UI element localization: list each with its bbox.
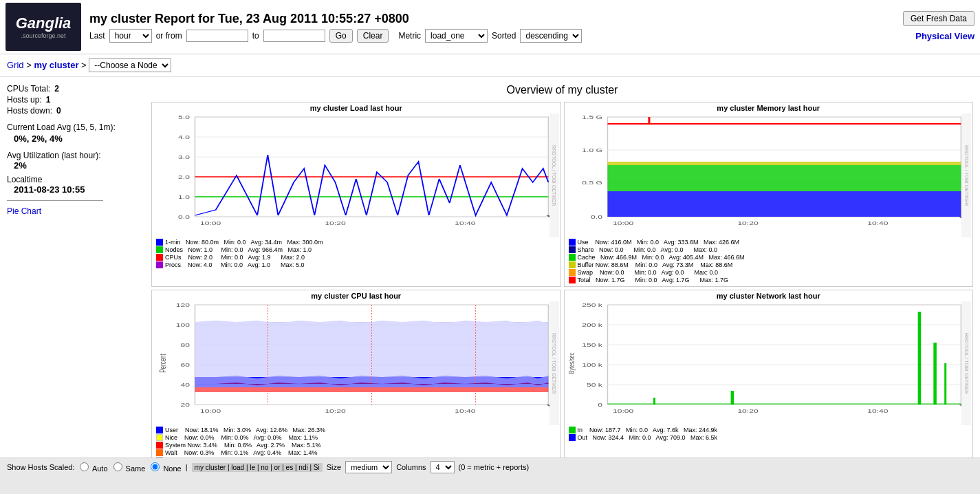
legend-row-out: Out Now: 324.4 Min: 0.0 Avg: 709.0 Max: … <box>569 434 969 441</box>
size-select[interactable]: small medium large <box>345 461 392 473</box>
legend-row-1min: 1-min Now: 80.0m Min: 0.0 Avg: 34.4m Max… <box>156 239 556 246</box>
none-label: None <box>163 464 181 473</box>
legend-color-procs <box>156 261 163 268</box>
logo: Ganglia .sourceforge.net <box>6 3 81 51</box>
legend-row-nice: Nice Now: 0.0% Min: 0.0% Avg: 0.0% Max: … <box>156 434 556 441</box>
svg-text:80: 80 <box>180 342 190 348</box>
legend-row-cache: Cache Now: 466.9M Min: 0.0 Avg: 405.4M M… <box>569 254 969 261</box>
auto-radio-label[interactable]: Auto <box>78 462 107 473</box>
size-label: Size <box>327 463 341 471</box>
network-chart-container: my cluster Network last hour 250 k 200 <box>564 290 974 467</box>
legend-color-cache <box>569 254 576 261</box>
pie-chart-link[interactable]: Pie Chart <box>7 206 144 216</box>
svg-text:10:00: 10:00 <box>200 220 221 226</box>
to-input[interactable] <box>263 30 325 42</box>
clear-button[interactable]: Clear <box>357 29 389 43</box>
logo-subtitle: .sourceforge.net <box>16 32 72 39</box>
legend-color-in <box>569 427 576 433</box>
cpus-total-label: CPUs Total: <box>7 84 50 94</box>
svg-text:10:20: 10:20 <box>325 408 346 414</box>
svg-text:10:00: 10:00 <box>613 408 634 414</box>
legend-color-cpus <box>156 254 163 261</box>
show-hosts-scaled-label: Show Hosts Scaled: <box>7 463 74 471</box>
memory-rrd-watermark: RRDTOOL / TOBI OETIKER <box>961 114 971 237</box>
cpu-chart-title: my cluster CPU last hour <box>153 292 559 300</box>
svg-text:2.0: 2.0 <box>178 174 190 180</box>
legend-row-system: System Now: 3.4% Min: 0.6% Avg: 2.7% Max… <box>156 442 556 449</box>
network-chart-svg: 250 k 200 k 150 k 100 k 50 k 0 Bytes/sec <box>566 301 972 418</box>
svg-text:200 k: 200 k <box>582 322 603 328</box>
util-value: 2% <box>14 160 144 171</box>
sidebar: CPUs Total: 2 Hosts up: 1 Hosts down: 0 … <box>7 84 144 467</box>
same-radio[interactable] <box>113 462 122 471</box>
svg-text:5.0: 5.0 <box>178 114 190 120</box>
svg-text:0.0: 0.0 <box>591 214 602 220</box>
page-title: my cluster Report for Tue, 23 Aug 2011 1… <box>89 12 409 26</box>
svg-text:150 k: 150 k <box>582 342 603 348</box>
cpu-chart-container: my cluster CPU last hour 120 100 <box>151 290 561 467</box>
pipe-separator: | <box>186 463 188 471</box>
svg-marker-29 <box>607 165 961 191</box>
grid-link[interactable]: Grid <box>7 60 24 70</box>
choose-node-select[interactable]: --Choose a Node <box>89 58 171 72</box>
util-block: Avg Utilization (last hour): 2% <box>7 151 144 171</box>
svg-text:10:20: 10:20 <box>325 220 346 226</box>
svg-text:1.0 G: 1.0 G <box>582 147 602 153</box>
last-select[interactable]: hour 2hr 4hr day week month year <box>109 29 152 43</box>
from-input[interactable] <box>186 30 248 42</box>
columns-select[interactable]: 1 2 3 4 5 0 <box>431 461 455 473</box>
network-chart-area: 250 k 200 k 150 k 100 k 50 k 0 Bytes/sec <box>566 301 972 425</box>
same-radio-label[interactable]: Same <box>112 462 146 473</box>
localtime-label: Localtime <box>7 175 144 184</box>
load-chart-area: 5.0 4.0 3.0 2.0 1.0 0.0 10:00 <box>153 114 559 237</box>
memory-chart-container: my cluster Memory last hour 1.5 G 1.0 G … <box>564 102 974 287</box>
metric-select[interactable]: load_one load_five load_fifteen cpu_user… <box>425 29 488 43</box>
localtime-value: 2011-08-23 10:55 <box>14 184 144 195</box>
header: Ganglia .sourceforge.net my cluster Repo… <box>0 0 980 54</box>
svg-marker-30 <box>607 162 961 165</box>
svg-text:10:00: 10:00 <box>613 220 634 226</box>
svg-text:Bytes/sec: Bytes/sec <box>567 352 576 374</box>
legend-color-nodes <box>156 246 163 253</box>
load-chart-container: my cluster Load last hour 5.0 <box>151 102 561 287</box>
util-label: Avg Utilization (last hour): <box>7 151 144 160</box>
svg-marker-28 <box>607 191 961 217</box>
load-chart-legend: 1-min Now: 80.0m Min: 0.0 Avg: 34.4m Max… <box>153 237 559 270</box>
legend-row-swap: Swap Now: 0.0 Min: 0.0 Avg: 0.0 Max: 0.0 <box>569 269 969 276</box>
sorted-select[interactable]: descending ascending <box>520 29 582 43</box>
cpu-chart-area: 120 100 80 60 40 20 <box>153 301 559 425</box>
svg-text:100: 100 <box>176 322 190 328</box>
svg-text:0.0: 0.0 <box>178 214 190 220</box>
none-radio[interactable] <box>151 462 160 471</box>
main-content: CPUs Total: 2 Hosts up: 1 Hosts down: 0 … <box>0 77 980 474</box>
legend-color-user <box>156 427 163 433</box>
or-from-label: or from <box>156 31 182 41</box>
memory-chart-legend: Use Now: 416.0M Min: 0.0 Avg: 333.6M Max… <box>566 237 972 285</box>
memory-chart-svg: 1.5 G 1.0 G 0.5 G 0.0 <box>566 114 972 230</box>
hosts-up-row: Hosts up: 1 <box>7 95 144 105</box>
legend-row-in: In Now: 187.7 Min: 0.0 Avg: 7.6k Max: 24… <box>569 427 969 433</box>
legend-row-nodes: Nodes Now: 1.0 Min: 0.0 Avg: 966.4m Max:… <box>156 246 556 253</box>
svg-text:10:40: 10:40 <box>867 220 889 226</box>
hosts-down-value: 0 <box>56 106 61 116</box>
legend-row-user: User Now: 18.1% Min: 3.0% Avg: 12.6% Max… <box>156 427 556 433</box>
cpu-chart-svg: 120 100 80 60 40 20 <box>153 301 559 418</box>
go-button[interactable]: Go <box>329 29 353 43</box>
legend-color-system <box>156 442 163 449</box>
breadcrumb: Grid > my cluster > --Choose a Node <box>0 54 980 77</box>
memory-chart-title: my cluster Memory last hour <box>566 104 972 112</box>
load-avg-value: 0%, 2%, 4% <box>14 133 144 144</box>
none-radio-label[interactable]: None <box>149 462 181 473</box>
memory-chart-area: 1.5 G 1.0 G 0.5 G 0.0 <box>566 114 972 237</box>
sidebar-divider <box>7 200 103 201</box>
get-fresh-button[interactable]: Get Fresh Data <box>903 11 974 26</box>
cluster-link[interactable]: my cluster <box>34 60 78 70</box>
physical-view-link[interactable]: Physical View <box>915 31 974 41</box>
auto-radio[interactable] <box>80 462 89 471</box>
legend-row-cpus: CPUs Now: 2.0 Min: 0.0 Avg: 1.9 Max: 2.0 <box>156 254 556 261</box>
charts-grid: my cluster Load last hour 5.0 <box>151 102 973 467</box>
load-rrd-watermark: RRDTOOL / TOBI OETIKER <box>549 114 559 237</box>
load-chart-title: my cluster Load last hour <box>153 104 559 112</box>
svg-text:100 k: 100 k <box>582 362 603 368</box>
stats-block: CPUs Total: 2 Hosts up: 1 Hosts down: 0 <box>7 84 144 116</box>
